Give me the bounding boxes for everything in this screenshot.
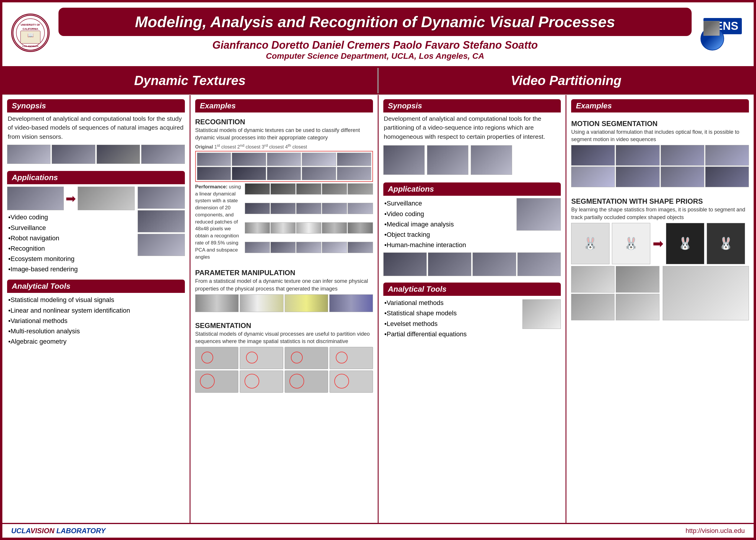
recog-cell [322, 242, 347, 253]
recog-cell [348, 183, 373, 195]
recog-cell [296, 203, 321, 214]
motion-seg-title: MOTION SEGMENTATION [571, 120, 749, 128]
motion-seg-desc: Using a variational formulation that inc… [571, 128, 749, 143]
dt-analytical-section: Analytical Tools •Statistical modeling o… [7, 280, 185, 346]
recog-cell [348, 222, 373, 233]
vp-synopsis-images [383, 145, 561, 175]
at-images [523, 299, 561, 329]
hand-img-large [663, 266, 749, 320]
ms-img-7 [661, 167, 704, 187]
dt-at-item-2: •Linear and nonlinear system identificat… [8, 305, 185, 316]
recog-cell [337, 167, 371, 180]
dt-app-item-3: •Robot navigation [8, 233, 135, 243]
motion-segmentation-block: MOTION SEGMENTATION Using a variational … [571, 118, 749, 188]
column-vp-left: Synopsis Development of analytical and c… [378, 95, 567, 523]
vp-examples-header: Examples [571, 99, 749, 112]
ms-img-4 [705, 145, 749, 166]
recognition-perf-block: Performance: using a linear dynamical sy… [195, 183, 373, 261]
seg-cell-5 [195, 370, 238, 393]
vp-synopsis-section: Synopsis Development of analytical and c… [383, 99, 561, 177]
seg-title: SEGMENTATION [195, 322, 373, 330]
header: UNIVERSITY OF CALIFORNIA 📖 LOS ANGELES M… [2, 2, 754, 68]
arrow-right: ➡ [653, 236, 664, 251]
vp-app-bullets: •Surveillance •Video coding •Medical ima… [383, 198, 514, 250]
footer-ucla: UCLA [11, 527, 30, 535]
vp-synopsis-header: Synopsis [383, 99, 561, 112]
app-img-1 [7, 187, 64, 210]
svg-text:UNIVERSITY OF: UNIVERSITY OF [21, 23, 40, 26]
ms-img-5 [571, 167, 615, 187]
bunny-img-1: 🐰 [571, 223, 610, 264]
recog-cell [337, 153, 371, 166]
recog-cell [296, 183, 321, 195]
column-vp-examples: Examples MOTION SEGMENTATION Using a var… [566, 95, 754, 523]
app-img-right-2 [138, 210, 185, 232]
cens-image [703, 21, 720, 36]
seg-cell-8 [330, 370, 373, 393]
hand-img-1 [571, 266, 615, 293]
seg-desc: Statistical models of dynamic visual pro… [195, 331, 373, 345]
vp-syn-img-2 [427, 145, 468, 175]
vp-analytical-header: Analytical Tools [383, 283, 561, 296]
synopsis-img-1 [7, 145, 51, 164]
vp-analytical-section: Analytical Tools •Variational methods •S… [383, 283, 561, 339]
bunny-img-2: 🐰 [612, 223, 650, 264]
param-desc: From a statistical model of a dynamic te… [195, 278, 373, 292]
dt-app-bullets: •Video coding •Surveillance •Robot navig… [7, 212, 135, 274]
hand-img-4 [616, 294, 659, 320]
ms-img-2 [616, 145, 660, 166]
vp-app-item-5: •Human-machine interaction [384, 240, 514, 250]
authors: Gianfranco Doretto Daniel Cremers Paolo … [59, 39, 691, 51]
ms-img-1 [571, 145, 615, 166]
main-columns: Synopsis Development of analytical and c… [2, 94, 754, 523]
recognition-block: RECOGNITION Statistical models of dynami… [195, 116, 373, 260]
dt-app-item-1: •Video coding [8, 212, 135, 222]
dt-app-item-6: •Image-based rendering [8, 264, 135, 274]
footer-laboratory: LABORATORY [57, 527, 106, 535]
param-img-1 [195, 294, 238, 312]
dt-analytical-bullets: •Statistical modeling of visual signals … [7, 295, 185, 346]
vp-applications-header: Applications [383, 183, 561, 196]
svg-text:LOS ANGELES: LOS ANGELES [22, 45, 38, 48]
recog-cell [270, 203, 296, 214]
dt-synopsis-header: Synopsis [7, 99, 185, 112]
recog-cell [322, 222, 347, 233]
dt-applications-header: Applications [7, 171, 185, 184]
recognition-desc: Statistical models of dynamic textures c… [195, 127, 373, 141]
app-img-2 [78, 187, 134, 210]
hand-images [571, 266, 749, 320]
vp-app-img-4 [518, 252, 561, 276]
dt-analytical-header: Analytical Tools [7, 280, 185, 293]
dt-synopsis-images [7, 145, 185, 164]
ms-img-6 [616, 167, 660, 187]
dt-app-item-4: •Recognition [8, 243, 135, 254]
bunny-row: 🐰 🐰 ➡ 🐰 🐰 [571, 223, 749, 264]
dynamic-textures-header: Dynamic Textures [2, 68, 378, 93]
dt-segmentation-block: SEGMENTATION Statistical models of dynam… [195, 320, 373, 393]
recog-large-grid [245, 183, 373, 261]
hand-img-3 [571, 294, 615, 320]
synopsis-img-3 [96, 145, 140, 164]
recog-cell [296, 242, 321, 253]
dt-at-item-1: •Statistical modeling of visual signals [8, 295, 185, 305]
svg-text:📖: 📖 [28, 32, 34, 38]
header-title-block: Modeling, Analysis and Recognition of Dy… [59, 8, 691, 61]
main-title: Modeling, Analysis and Recognition of Dy… [59, 8, 691, 36]
footer-left: UCLAVISION LABORATORY [11, 527, 106, 535]
recog-cell [245, 222, 270, 233]
recog-cell [270, 242, 296, 253]
parameter-manipulation-block: PARAMETER MANIPULATION From a statistica… [195, 267, 373, 313]
vp-app-img-2 [428, 252, 471, 276]
param-title: PARAMETER MANIPULATION [195, 269, 373, 277]
param-img-2 [240, 294, 283, 312]
dt-at-item-5: •Algebraic geometry [8, 336, 185, 346]
svg-text:CALIFORNIA: CALIFORNIA [23, 28, 38, 30]
seg-cell-4 [330, 347, 373, 369]
ms-img-3 [661, 145, 704, 166]
footer-vision: VISION [30, 527, 54, 535]
synopsis-img-2 [52, 145, 95, 164]
bunny-img-3: 🐰 [666, 223, 704, 264]
app-img-right-1 [138, 187, 185, 209]
recog-cell [245, 203, 270, 214]
vp-at-item-3: •Levelset methods [384, 319, 520, 329]
